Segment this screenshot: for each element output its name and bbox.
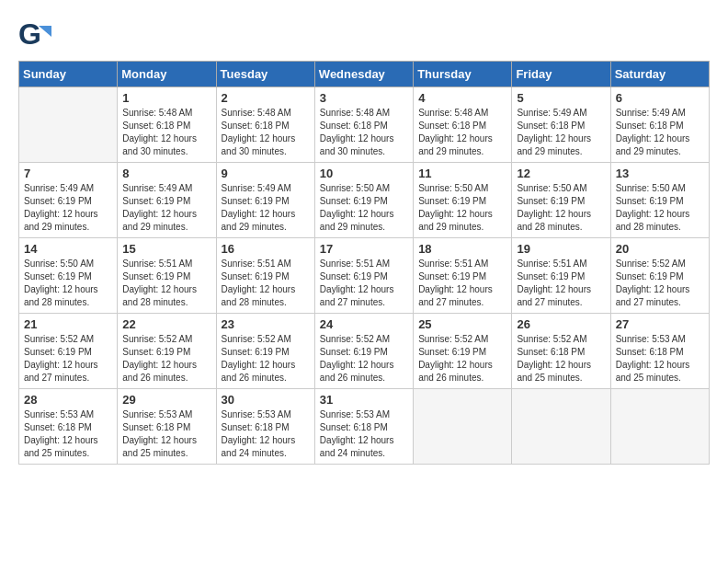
day-number: 14 (24, 242, 112, 256)
weekday-header-sunday: Sunday (19, 62, 118, 87)
calendar-cell: 23 Sunrise: 5:52 AM Sunset: 6:19 PM Dayl… (216, 314, 314, 389)
weekday-header-row: SundayMondayTuesdayWednesdayThursdayFrid… (19, 62, 710, 87)
weekday-header-monday: Monday (118, 62, 216, 87)
day-number: 12 (517, 167, 605, 180)
day-number: 3 (320, 91, 408, 105)
day-info: Sunrise: 5:50 AM Sunset: 6:19 PM Dayligh… (24, 258, 112, 309)
day-info: Sunrise: 5:49 AM Sunset: 6:18 PM Dayligh… (616, 107, 704, 158)
calendar-cell: 13 Sunrise: 5:50 AM Sunset: 6:19 PM Dayl… (610, 163, 709, 238)
day-number: 17 (320, 242, 408, 256)
calendar-table: SundayMondayTuesdayWednesdayThursdayFrid… (18, 61, 710, 465)
day-info: Sunrise: 5:49 AM Sunset: 6:18 PM Dayligh… (517, 107, 605, 158)
day-number: 5 (517, 91, 605, 105)
week-row-3: 14 Sunrise: 5:50 AM Sunset: 6:19 PM Dayl… (19, 238, 710, 314)
day-number: 16 (222, 242, 310, 256)
day-info: Sunrise: 5:53 AM Sunset: 6:18 PM Dayligh… (122, 408, 210, 460)
week-row-1: 1 Sunrise: 5:48 AM Sunset: 6:18 PM Dayli… (19, 87, 710, 163)
day-info: Sunrise: 5:51 AM Sunset: 6:19 PM Dayligh… (418, 258, 506, 309)
svg-text:G: G (18, 18, 41, 51)
calendar-cell (414, 389, 512, 465)
calendar-cell: 9 Sunrise: 5:49 AM Sunset: 6:19 PM Dayli… (216, 163, 314, 238)
calendar-cell: 15 Sunrise: 5:51 AM Sunset: 6:19 PM Dayl… (118, 238, 216, 314)
calendar-cell: 2 Sunrise: 5:48 AM Sunset: 6:18 PM Dayli… (216, 87, 314, 163)
calendar-cell: 1 Sunrise: 5:48 AM Sunset: 6:18 PM Dayli… (118, 87, 216, 163)
weekday-header-friday: Friday (512, 62, 610, 87)
calendar-cell: 28 Sunrise: 5:53 AM Sunset: 6:18 PM Dayl… (19, 389, 118, 465)
day-info: Sunrise: 5:51 AM Sunset: 6:19 PM Dayligh… (320, 258, 408, 309)
day-number: 15 (122, 242, 210, 256)
weekday-header-wednesday: Wednesday (314, 62, 413, 87)
calendar-cell (19, 87, 118, 163)
day-number: 29 (122, 393, 210, 407)
calendar-cell: 3 Sunrise: 5:48 AM Sunset: 6:18 PM Dayli… (314, 87, 413, 163)
day-number: 26 (517, 317, 605, 331)
calendar-cell: 19 Sunrise: 5:51 AM Sunset: 6:19 PM Dayl… (512, 238, 610, 314)
calendar-cell: 16 Sunrise: 5:51 AM Sunset: 6:19 PM Dayl… (216, 238, 314, 314)
day-number: 21 (24, 317, 112, 331)
calendar-cell: 29 Sunrise: 5:53 AM Sunset: 6:18 PM Dayl… (118, 389, 216, 465)
day-info: Sunrise: 5:52 AM Sunset: 6:19 PM Dayligh… (616, 258, 704, 309)
calendar-cell (610, 389, 709, 465)
day-number: 25 (418, 317, 506, 331)
day-number: 31 (320, 393, 408, 407)
week-row-4: 21 Sunrise: 5:52 AM Sunset: 6:19 PM Dayl… (19, 314, 710, 389)
calendar-body: 1 Sunrise: 5:48 AM Sunset: 6:18 PM Dayli… (19, 87, 710, 465)
day-info: Sunrise: 5:50 AM Sunset: 6:19 PM Dayligh… (517, 182, 605, 234)
day-number: 2 (222, 91, 310, 105)
day-info: Sunrise: 5:48 AM Sunset: 6:18 PM Dayligh… (122, 107, 210, 158)
calendar-cell: 11 Sunrise: 5:50 AM Sunset: 6:19 PM Dayl… (414, 163, 512, 238)
calendar-cell: 21 Sunrise: 5:52 AM Sunset: 6:19 PM Dayl… (19, 314, 118, 389)
calendar-cell: 6 Sunrise: 5:49 AM Sunset: 6:18 PM Dayli… (610, 87, 709, 163)
calendar-cell: 5 Sunrise: 5:49 AM Sunset: 6:18 PM Dayli… (512, 87, 610, 163)
calendar-cell: 30 Sunrise: 5:53 AM Sunset: 6:18 PM Dayl… (216, 389, 314, 465)
calendar-cell: 26 Sunrise: 5:52 AM Sunset: 6:18 PM Dayl… (512, 314, 610, 389)
day-number: 7 (24, 167, 112, 180)
day-number: 23 (222, 317, 310, 331)
day-info: Sunrise: 5:52 AM Sunset: 6:19 PM Dayligh… (222, 333, 310, 385)
calendar-cell: 24 Sunrise: 5:52 AM Sunset: 6:19 PM Dayl… (314, 314, 413, 389)
calendar-cell: 4 Sunrise: 5:48 AM Sunset: 6:18 PM Dayli… (414, 87, 512, 163)
day-info: Sunrise: 5:48 AM Sunset: 6:18 PM Dayligh… (222, 107, 310, 158)
calendar-cell: 17 Sunrise: 5:51 AM Sunset: 6:19 PM Dayl… (314, 238, 413, 314)
calendar-cell: 7 Sunrise: 5:49 AM Sunset: 6:19 PM Dayli… (19, 163, 118, 238)
day-info: Sunrise: 5:52 AM Sunset: 6:19 PM Dayligh… (122, 333, 210, 385)
day-number: 27 (616, 317, 704, 331)
day-info: Sunrise: 5:50 AM Sunset: 6:19 PM Dayligh… (320, 182, 408, 234)
day-number: 19 (517, 242, 605, 256)
day-number: 9 (222, 167, 310, 180)
calendar-cell: 12 Sunrise: 5:50 AM Sunset: 6:19 PM Dayl… (512, 163, 610, 238)
day-number: 1 (122, 91, 210, 105)
day-info: Sunrise: 5:53 AM Sunset: 6:18 PM Dayligh… (24, 408, 112, 460)
day-info: Sunrise: 5:49 AM Sunset: 6:19 PM Dayligh… (122, 182, 210, 234)
day-info: Sunrise: 5:52 AM Sunset: 6:19 PM Dayligh… (320, 333, 408, 385)
day-info: Sunrise: 5:52 AM Sunset: 6:18 PM Dayligh… (517, 333, 605, 385)
calendar-cell: 22 Sunrise: 5:52 AM Sunset: 6:19 PM Dayl… (118, 314, 216, 389)
day-info: Sunrise: 5:53 AM Sunset: 6:18 PM Dayligh… (222, 408, 310, 460)
day-info: Sunrise: 5:48 AM Sunset: 6:18 PM Dayligh… (320, 107, 408, 158)
day-info: Sunrise: 5:52 AM Sunset: 6:19 PM Dayligh… (418, 333, 506, 385)
calendar-cell: 14 Sunrise: 5:50 AM Sunset: 6:19 PM Dayl… (19, 238, 118, 314)
calendar-cell: 8 Sunrise: 5:49 AM Sunset: 6:19 PM Dayli… (118, 163, 216, 238)
day-number: 20 (616, 242, 704, 256)
weekday-header-thursday: Thursday (414, 62, 512, 87)
day-info: Sunrise: 5:49 AM Sunset: 6:19 PM Dayligh… (24, 182, 112, 234)
calendar-cell: 20 Sunrise: 5:52 AM Sunset: 6:19 PM Dayl… (610, 238, 709, 314)
day-info: Sunrise: 5:53 AM Sunset: 6:18 PM Dayligh… (616, 333, 704, 385)
day-number: 8 (122, 167, 210, 180)
day-number: 10 (320, 167, 408, 180)
day-info: Sunrise: 5:49 AM Sunset: 6:19 PM Dayligh… (222, 182, 310, 234)
calendar-cell: 25 Sunrise: 5:52 AM Sunset: 6:19 PM Dayl… (414, 314, 512, 389)
day-number: 28 (24, 393, 112, 407)
calendar-cell: 31 Sunrise: 5:53 AM Sunset: 6:18 PM Dayl… (314, 389, 413, 465)
day-info: Sunrise: 5:50 AM Sunset: 6:19 PM Dayligh… (418, 182, 506, 234)
day-info: Sunrise: 5:48 AM Sunset: 6:18 PM Dayligh… (418, 107, 506, 158)
calendar-cell: 27 Sunrise: 5:53 AM Sunset: 6:18 PM Dayl… (610, 314, 709, 389)
day-info: Sunrise: 5:53 AM Sunset: 6:18 PM Dayligh… (320, 408, 408, 460)
day-info: Sunrise: 5:52 AM Sunset: 6:19 PM Dayligh… (24, 333, 112, 385)
day-info: Sunrise: 5:51 AM Sunset: 6:19 PM Dayligh… (517, 258, 605, 309)
logo-icon: G (18, 18, 51, 52)
logo: G (18, 18, 55, 52)
day-number: 4 (418, 91, 506, 105)
day-number: 6 (616, 91, 704, 105)
day-number: 22 (122, 317, 210, 331)
